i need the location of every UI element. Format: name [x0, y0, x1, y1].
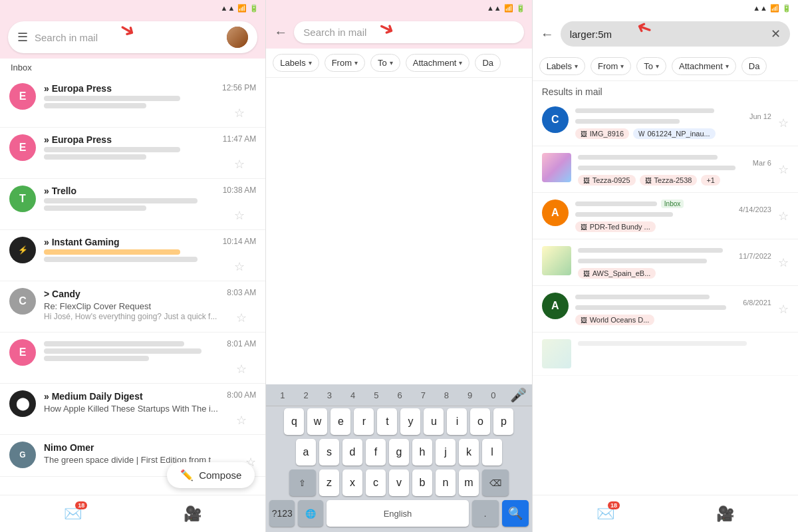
back-arrow-p2[interactable]: ← — [274, 25, 287, 40]
email-item-3[interactable]: T » Trello 10:38 AM ☆ — [0, 179, 265, 230]
hamburger-icon[interactable]: ☰ — [17, 30, 28, 45]
star-icon-5[interactable]: ☆ — [236, 311, 247, 325]
compose-button[interactable]: ✏️ Compose — [167, 462, 255, 488]
filter-to-p3[interactable]: To ▾ — [636, 57, 666, 75]
search-bar-p1: ☰ Search in mail ➜ — [0, 16, 265, 59]
clear-search-icon[interactable]: ✕ — [771, 27, 781, 41]
key-num-2[interactable]: 2 — [304, 390, 309, 400]
star-icon-6[interactable]: ☆ — [236, 362, 247, 376]
filter-da-p3[interactable]: Da — [741, 57, 767, 75]
email-content-8: Nimo Omer The green space divide | First… — [44, 442, 237, 465]
key-space[interactable]: English — [327, 500, 468, 527]
key-y[interactable]: y — [400, 408, 420, 435]
key-backspace[interactable]: ⌫ — [482, 469, 509, 496]
star-icon-4[interactable]: ☆ — [234, 259, 245, 274]
key-w[interactable]: w — [307, 408, 327, 435]
filter-attachment-text-p3: Attachment — [679, 61, 723, 71]
star-icon-r5[interactable]: ☆ — [778, 302, 789, 317]
filter-da-p2[interactable]: Da — [475, 54, 501, 72]
key-o[interactable]: o — [470, 408, 490, 435]
star-icon-3[interactable]: ☆ — [234, 208, 245, 223]
attach-name-2b: Tezza-2538 — [654, 176, 692, 184]
email-item-6[interactable]: E 8:01 AM ☆ — [0, 332, 265, 384]
key-num-0[interactable]: 0 — [491, 390, 495, 400]
key-e[interactable]: e — [331, 408, 350, 435]
mail-nav-icon[interactable]: ✉️ 18 — [64, 505, 82, 523]
result-item-6[interactable] — [533, 332, 798, 376]
star-icon-r4[interactable]: ☆ — [778, 255, 789, 270]
result-item-4[interactable]: 11/7/2022 🖼 AWS_Spain_eB... ☆ — [533, 239, 798, 286]
email-item-2[interactable]: E » Europa Press 11:47 AM ☆ — [0, 128, 265, 179]
star-icon-7[interactable]: ☆ — [236, 413, 247, 428]
search-input-p2[interactable]: Search in mail — [294, 21, 523, 43]
key-s[interactable]: s — [319, 439, 339, 466]
key-shift[interactable]: ⇧ — [289, 469, 316, 496]
result-item-5[interactable]: A 6/8/2021 🖼 World Oceans D... ☆ — [533, 286, 798, 332]
back-arrow-p3[interactable]: ← — [541, 27, 554, 42]
filter-attachment-p3[interactable]: Attachment ▾ — [672, 57, 736, 75]
star-icon-r1[interactable]: ☆ — [778, 116, 789, 130]
key-d[interactable]: d — [342, 439, 362, 466]
key-g[interactable]: g — [389, 439, 409, 466]
email-item-7[interactable]: ⬤ » Medium Daily Digest How Apple Killed… — [0, 384, 265, 435]
star-icon-2[interactable]: ☆ — [234, 157, 245, 172]
key-num-3[interactable]: 3 — [327, 390, 332, 400]
key-num-6[interactable]: 6 — [397, 390, 402, 400]
keyboard-row1: q w e r t y u i o p — [266, 406, 531, 437]
key-num-5[interactable]: 5 — [374, 390, 378, 400]
avatar-p1[interactable] — [227, 27, 248, 48]
filter-to-p2[interactable]: To ▾ — [370, 54, 400, 72]
key-l[interactable]: l — [482, 439, 502, 466]
star-icon-r3[interactable]: ☆ — [778, 209, 789, 223]
result-item-2[interactable]: Mar 6 🖼 Tezza-0925 🖼 Tezza-2538 +1 — [533, 146, 798, 193]
attach-chip-ocean: 🖼 World Oceans D... — [575, 315, 655, 325]
mail-nav-icon-p3[interactable]: ✉️ 18 — [597, 505, 614, 523]
result-item-1[interactable]: C Jun 12 🖼 IMG_8916 W 0612 — [533, 100, 798, 146]
mic-icon[interactable]: 🎤 — [510, 387, 527, 403]
chevron-attachment-p2: ▾ — [459, 59, 462, 66]
key-q[interactable]: q — [284, 408, 304, 435]
key-num-7[interactable]: 7 — [421, 390, 426, 400]
email-item-4[interactable]: ⚡ » Instant Gaming 10:14 AM ☆ — [0, 230, 265, 281]
search-filled-bar[interactable]: larger:5m ✕ — [561, 21, 790, 47]
key-u[interactable]: u — [424, 408, 444, 435]
key-j[interactable]: j — [436, 439, 456, 466]
key-v[interactable]: v — [389, 469, 409, 496]
video-nav-icon[interactable]: 🎥 — [184, 505, 201, 523]
key-n[interactable]: n — [436, 469, 456, 496]
video-nav-icon-p3[interactable]: 🎥 — [716, 505, 734, 523]
star-icon-1[interactable]: ☆ — [234, 106, 245, 120]
filter-labels-p3[interactable]: Labels ▾ — [539, 57, 585, 75]
key-m[interactable]: m — [459, 469, 479, 496]
key-k[interactable]: k — [459, 439, 479, 466]
key-h[interactable]: h — [412, 439, 432, 466]
key-f[interactable]: f — [366, 439, 386, 466]
key-globe[interactable]: 🌐 — [298, 500, 323, 527]
email-item-1[interactable]: E » Europa Press 12:56 PM ☆ — [0, 76, 265, 128]
star-icon-r2[interactable]: ☆ — [778, 162, 789, 177]
key-num-1[interactable]: 1 — [280, 390, 285, 400]
key-t[interactable]: t — [377, 408, 397, 435]
key-c[interactable]: c — [366, 469, 386, 496]
key-num-4[interactable]: 4 — [350, 390, 355, 400]
key-i[interactable]: i — [447, 408, 467, 435]
result-attachments-1: 🖼 IMG_8916 W 061224_NP_inau... — [575, 128, 771, 139]
key-num-9[interactable]: 9 — [467, 390, 472, 400]
key-search[interactable]: 🔍 — [502, 500, 529, 527]
email-item-5[interactable]: C > Candy Re: FlexClip Cover Request Hi … — [0, 281, 265, 332]
filter-from-p2[interactable]: From ▾ — [325, 54, 365, 72]
key-b[interactable]: b — [412, 469, 432, 496]
email-preview-5: Hi José, How's everything going? Just a … — [44, 312, 219, 321]
result-item-3[interactable]: A Inbox 4/14/2023 🖼 PDR-Ted Bu — [533, 193, 798, 239]
filter-labels-p2[interactable]: Labels ▾ — [273, 54, 319, 72]
key-emoji[interactable]: ?123 — [269, 500, 295, 527]
key-period[interactable]: . — [472, 500, 499, 527]
key-num-8[interactable]: 8 — [444, 390, 449, 400]
key-p[interactable]: p — [493, 408, 513, 435]
filter-from-p3[interactable]: From ▾ — [591, 57, 631, 75]
key-z[interactable]: z — [319, 469, 339, 496]
key-r[interactable]: r — [354, 408, 374, 435]
key-x[interactable]: x — [342, 469, 362, 496]
key-a[interactable]: a — [296, 439, 316, 466]
filter-attachment-p2[interactable]: Attachment ▾ — [406, 54, 470, 72]
